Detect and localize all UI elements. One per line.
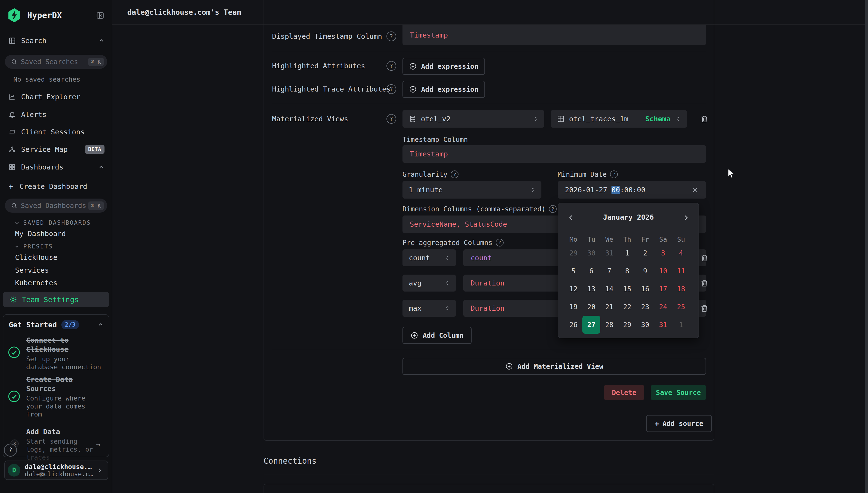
trash-icon[interactable]	[700, 278, 709, 288]
calendar-day[interactable]: 18	[672, 280, 690, 298]
calendar-day[interactable]: 15	[618, 280, 636, 298]
sidebar-item-alerts[interactable]: Alerts	[0, 107, 111, 122]
get-started-step-1[interactable]: Connect toClickHouse Set up yourdatabase…	[26, 336, 106, 371]
calendar-month-title[interactable]: January 2026	[558, 213, 699, 221]
add-materialized-view-button[interactable]: Add Materialized View	[403, 358, 706, 375]
calendar-day[interactable]: 29	[618, 316, 636, 334]
calendar-day[interactable]: 28	[600, 316, 618, 334]
help-icon[interactable]: ?	[386, 61, 396, 71]
check-circle-icon	[8, 390, 20, 403]
scrollbar[interactable]	[865, 0, 868, 493]
mv-database-select[interactable]: otel_v2	[403, 110, 544, 128]
sidebar-item-services[interactable]: Services	[0, 264, 126, 277]
calendar-day[interactable]: 31	[600, 244, 618, 262]
calendar-day[interactable]: 31	[654, 316, 672, 334]
trash-icon[interactable]	[700, 114, 709, 124]
calendar-day[interactable]: 29	[564, 244, 582, 262]
calendar-next-icon[interactable]	[682, 214, 690, 222]
min-date-input[interactable]: 2026-01-27 00:00:00	[558, 181, 706, 198]
sidebar-item-kubernetes[interactable]: Kubernetes	[0, 276, 126, 290]
calendar-day[interactable]: 2	[636, 244, 654, 262]
sidebar-item-team-settings[interactable]: Team Settings	[3, 292, 109, 307]
calendar-day[interactable]: 4	[672, 244, 690, 262]
ts-column-input[interactable]: Timestamp	[403, 145, 706, 163]
calendar-day[interactable]: 7	[600, 262, 618, 280]
help-button[interactable]: ?	[4, 444, 17, 457]
input-value: ServiceName, StatusCode	[410, 220, 507, 228]
preagg-fn-select[interactable]: max	[403, 300, 456, 317]
sidebar-item-my-dashboard[interactable]: My Dashboard	[0, 227, 126, 240]
trash-icon[interactable]	[700, 253, 709, 262]
calendar-day[interactable]: 14	[600, 280, 618, 298]
circle-plus-icon	[410, 331, 418, 339]
chevron-down-icon	[14, 243, 20, 250]
get-started-step-2[interactable]: Create DataSources Configure whereyour d…	[26, 375, 106, 418]
add-column-button[interactable]: Add Column	[403, 327, 471, 344]
help-icon[interactable]: ?	[549, 205, 557, 213]
calendar-day-header: Th	[618, 234, 636, 244]
saved-dashboards-input[interactable]: Saved Dashboards ⌘ K	[5, 198, 107, 213]
get-started-step-3[interactable]: Add Data Start sendinglogs, metrics, ort…	[26, 427, 99, 461]
calendar-day[interactable]: 30	[636, 316, 654, 334]
shortcut-badge: ⌘ K	[88, 58, 104, 66]
calendar-day[interactable]: 5	[564, 262, 582, 280]
user-menu[interactable]: D dale@clickhouse.… dale@clickhouse.c…	[4, 460, 108, 480]
sidebar-group-search[interactable]: Search	[0, 33, 111, 48]
sidebar-item-client-sessions[interactable]: Client Sessions	[0, 124, 111, 140]
calendar-day[interactable]: 3	[654, 244, 672, 262]
sidebar-item-service-map[interactable]: Service Map BETA	[0, 142, 111, 157]
sidebar-group-dashboards[interactable]: Dashboards	[0, 159, 111, 175]
create-dashboard-button[interactable]: + Create Dashboard	[0, 179, 111, 194]
get-started-header[interactable]: Get Started 2/3	[9, 320, 104, 329]
calendar-day[interactable]: 30	[582, 244, 600, 262]
add-expression-button[interactable]: Add expression	[403, 58, 485, 75]
displayed-timestamp-input[interactable]: Timestamp	[403, 25, 706, 45]
schema-badge[interactable]: Schema	[645, 115, 671, 123]
add-source-button[interactable]: + Add source	[646, 415, 712, 432]
help-icon[interactable]: ?	[386, 31, 396, 41]
saved-searches-input[interactable]: Saved Searches ⌘ K	[5, 55, 107, 69]
section-saved-dashboards[interactable]: SAVED DASHBOARDS	[0, 217, 125, 229]
calendar-day[interactable]: 26	[564, 316, 582, 334]
calendar-day-selected[interactable]: 27	[582, 316, 600, 334]
calendar-day[interactable]: 9	[636, 262, 654, 280]
calendar-grid[interactable]: MoTuWeThFrSaSu29303112345678910111213141…	[564, 234, 690, 334]
calendar-day[interactable]: 22	[618, 298, 636, 316]
calendar-day[interactable]: 12	[564, 280, 582, 298]
calendar-day[interactable]: 21	[600, 298, 618, 316]
help-icon[interactable]: ?	[386, 114, 396, 124]
calendar-day[interactable]: 16	[636, 280, 654, 298]
calendar-day[interactable]: 20	[582, 298, 600, 316]
trash-icon[interactable]	[700, 304, 709, 313]
clear-icon[interactable]	[691, 186, 699, 193]
mv-table-select[interactable]: otel_traces_1m Schema	[551, 110, 687, 128]
calendar-day[interactable]: 19	[564, 298, 582, 316]
create-dashboard-label: Create Dashboard	[19, 182, 87, 191]
calendar-day[interactable]: 24	[654, 298, 672, 316]
select-value: otel_v2	[421, 115, 528, 123]
calendar-day[interactable]: 10	[654, 262, 672, 280]
help-icon[interactable]: ?	[496, 239, 504, 246]
help-icon[interactable]: ?	[610, 170, 618, 178]
calendar-day[interactable]: 23	[636, 298, 654, 316]
calendar-day[interactable]: 6	[582, 262, 600, 280]
sidebar-item-clickhouse[interactable]: ClickHouse	[0, 251, 126, 264]
help-icon[interactable]: ?	[451, 170, 459, 178]
help-icon[interactable]: ?	[386, 84, 396, 94]
sidebar-collapse-icon[interactable]	[96, 12, 104, 20]
preagg-fn-select[interactable]: count	[403, 250, 456, 266]
preagg-fn-select[interactable]: avg	[403, 275, 456, 292]
calendar-day[interactable]: 8	[618, 262, 636, 280]
calendar-day[interactable]: 13	[582, 280, 600, 298]
calendar-day[interactable]: 1	[672, 316, 690, 334]
sidebar-item-chart-explorer[interactable]: Chart Explorer	[0, 89, 111, 105]
section-presets[interactable]: PRESETS	[0, 241, 125, 252]
granularity-select[interactable]: 1 minute	[403, 181, 541, 198]
calendar-day[interactable]: 1	[618, 244, 636, 262]
calendar-day[interactable]: 11	[672, 262, 690, 280]
calendar-day[interactable]: 25	[672, 298, 690, 316]
calendar-day[interactable]: 17	[654, 280, 672, 298]
save-source-button[interactable]: Save Source	[651, 385, 706, 400]
add-expression-button[interactable]: Add expression	[403, 81, 485, 98]
delete-button[interactable]: Delete	[604, 385, 644, 400]
